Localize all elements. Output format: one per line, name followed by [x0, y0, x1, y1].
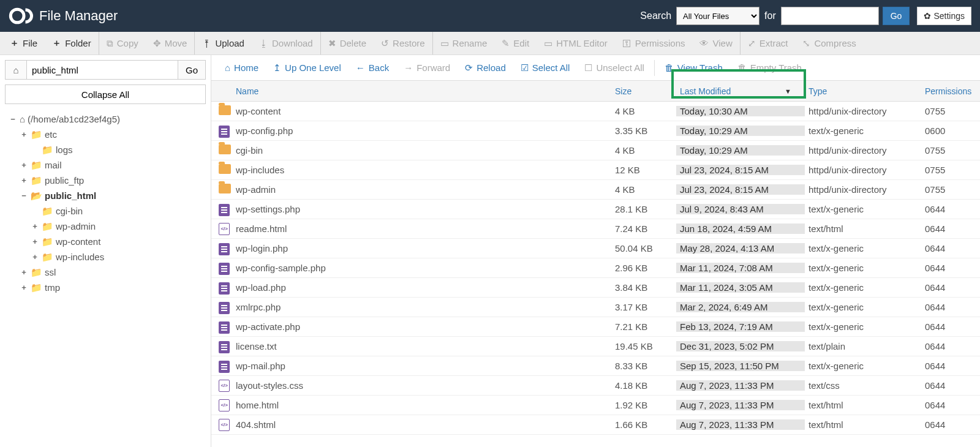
file-row[interactable]: home.html1.92 KBAug 7, 2023, 11:33 PMtex… — [211, 396, 980, 415]
extract-button[interactable]: ⤢Extract — [741, 32, 796, 54]
tree-item-logs[interactable]: 📁logs — [9, 142, 207, 157]
file-row[interactable]: cgi-bin4 KBToday, 10:29 AMhttpd/unix-dir… — [211, 141, 980, 160]
rename-icon: ▭ — [440, 38, 449, 49]
cell-name: cgi-bin — [236, 145, 611, 156]
path-go-button[interactable]: Go — [178, 60, 206, 80]
tree-item-cgi-bin[interactable]: 📁cgi-bin — [9, 203, 207, 219]
nav-unselect-all-button[interactable]: ☐Unselect All — [577, 55, 651, 80]
tree-item-public-html[interactable]: −📂public_html — [9, 188, 207, 203]
tree-item-ssl[interactable]: +📁ssl — [9, 265, 207, 280]
file-row[interactable]: xmlrpc.php3.17 KBMar 2, 2024, 6:49 AMtex… — [211, 298, 980, 317]
extract-icon: ⤢ — [748, 38, 756, 49]
file-row[interactable]: wp-load.php3.84 KBMar 11, 2024, 3:05 AMt… — [211, 278, 980, 298]
col-header-modified[interactable]: Last Modified▼ — [676, 86, 805, 96]
file-row[interactable]: wp-content4 KBToday, 10:30 AMhttpd/unix-… — [211, 102, 980, 121]
col-header-size[interactable]: Size — [611, 86, 676, 96]
cell-mod: Feb 13, 2024, 7:19 AM — [676, 321, 805, 332]
file-row[interactable]: readme.html7.24 KBJun 18, 2024, 4:59 AMt… — [211, 219, 980, 239]
path-input[interactable] — [27, 60, 178, 80]
nav-forward-button[interactable]: →Forward — [396, 55, 458, 80]
tree-item-tmp[interactable]: +📁tmp — [9, 280, 207, 295]
cell-perm: 0755 — [921, 165, 980, 175]
new-folder-button[interactable]: ＋Folder — [45, 32, 99, 54]
file-row[interactable]: wp-activate.php7.21 KBFeb 13, 2024, 7:19… — [211, 317, 980, 337]
cell-mod: Aug 7, 2023, 11:33 PM — [676, 400, 805, 410]
copy-icon: ⧉ — [107, 38, 113, 49]
pencil-icon: ✎ — [502, 38, 510, 49]
eye-icon: 👁 — [699, 38, 709, 48]
collapse-all-button[interactable]: Collapse All — [5, 85, 206, 104]
upload-button[interactable]: ⭱Upload — [195, 32, 252, 54]
folder-icon — [219, 184, 231, 193]
tree-item-wp-content[interactable]: +📁wp-content — [9, 234, 207, 249]
tree-root[interactable]: −⌂(/home/ab1cd23ef4g5) — [9, 111, 207, 127]
cell-mod: Mar 11, 2024, 3:05 AM — [676, 282, 805, 293]
nav-view-trash-button[interactable]: 🗑View Trash — [657, 55, 730, 80]
settings-button[interactable]: ✿ Settings — [917, 7, 971, 25]
nav-up-button[interactable]: ↥Up One Level — [266, 55, 349, 80]
file-row[interactable]: wp-settings.php28.1 KBJul 9, 2024, 8:43 … — [211, 200, 980, 219]
cell-name: home.html — [236, 400, 611, 410]
edit-button[interactable]: ✎Edit — [494, 32, 537, 54]
new-file-button[interactable]: ＋File — [2, 32, 45, 54]
trash-icon: 🗑 — [737, 62, 747, 73]
cell-mod: May 28, 2024, 4:13 AM — [676, 243, 805, 254]
gear-icon: ✿ — [924, 11, 931, 21]
restore-button[interactable]: ↺Restore — [374, 32, 433, 54]
cell-type: httpd/unix-directory — [805, 184, 921, 195]
tree-item-wp-includes[interactable]: +📁wp-includes — [9, 249, 207, 265]
cell-mod: Jul 9, 2024, 8:43 AM — [676, 204, 805, 214]
cell-size: 8.33 KB — [611, 361, 676, 371]
nav-empty-trash-button[interactable]: 🗑Empty Trash — [730, 55, 809, 80]
file-row[interactable]: wp-config-sample.php2.96 KBMar 11, 2024,… — [211, 258, 980, 278]
cell-perm: 0755 — [921, 184, 980, 195]
search-input[interactable] — [781, 7, 879, 25]
tree-item-etc[interactable]: +📁etc — [9, 127, 207, 142]
home-icon: ⌂ — [20, 112, 25, 126]
search-scope-select[interactable]: All Your Files — [676, 7, 760, 25]
nav-reload-button[interactable]: ⟳Reload — [458, 55, 513, 80]
file-row[interactable]: wp-config.php3.35 KBToday, 10:29 AMtext/… — [211, 121, 980, 141]
file-icon — [219, 321, 230, 334]
col-header-type[interactable]: Type — [805, 86, 921, 96]
file-row[interactable]: wp-admin4 KBJul 23, 2024, 8:15 AMhttpd/u… — [211, 180, 980, 200]
cell-perm: 0755 — [921, 145, 980, 156]
col-header-name[interactable]: Name — [236, 86, 611, 96]
tree-item-public-ftp[interactable]: +📁public_ftp — [9, 173, 207, 188]
cell-name: wp-config.php — [236, 126, 611, 136]
file-row[interactable]: 404.shtml1.66 KBAug 7, 2023, 11:33 PMtex… — [211, 415, 980, 435]
cell-name: wp-includes — [236, 165, 611, 175]
move-button[interactable]: ✥Move — [146, 32, 195, 54]
permissions-button[interactable]: ⚿Permissions — [615, 32, 693, 54]
view-button[interactable]: 👁View — [692, 32, 740, 54]
plus-icon: ＋ — [52, 37, 61, 49]
nav-select-all-button[interactable]: ☑Select All — [513, 55, 578, 80]
search-go-button[interactable]: Go — [883, 7, 910, 25]
copy-button[interactable]: ⧉Copy — [99, 32, 146, 54]
cell-size: 28.1 KB — [611, 204, 676, 214]
file-row[interactable]: license.txt19.45 KBDec 31, 2023, 5:02 PM… — [211, 337, 980, 356]
code-file-icon — [219, 223, 230, 235]
file-row[interactable]: wp-mail.php8.33 KBSep 15, 2023, 11:50 PM… — [211, 356, 980, 376]
cell-mod: Mar 11, 2024, 7:08 AM — [676, 263, 805, 273]
top-bar: File Manager Search All Your Files for G… — [0, 0, 980, 32]
home-path-button[interactable]: ⌂ — [5, 60, 27, 80]
cell-size: 2.96 KB — [611, 263, 676, 273]
nav-back-button[interactable]: ←Back — [349, 55, 396, 80]
rename-button[interactable]: ▭Rename — [433, 32, 495, 54]
compress-button[interactable]: ⤡Compress — [795, 32, 863, 54]
nav-home-button[interactable]: ⌂Home — [217, 55, 266, 80]
cell-type: text/x-generic — [805, 321, 921, 332]
tree-item-wp-admin[interactable]: +📁wp-admin — [9, 219, 207, 234]
file-row[interactable]: layout-styles.css4.18 KBAug 7, 2023, 11:… — [211, 376, 980, 396]
download-button[interactable]: ⭳Download — [252, 32, 321, 54]
col-header-permissions[interactable]: Permissions — [921, 86, 980, 96]
tree-item-mail[interactable]: +📁mail — [9, 157, 207, 173]
file-list-header: Name Size Last Modified▼ Type Permission… — [211, 81, 980, 102]
folder-icon: 📁 — [31, 173, 42, 187]
file-row[interactable]: wp-includes12 KBJul 23, 2024, 8:15 AMhtt… — [211, 160, 980, 180]
file-row[interactable]: wp-login.php50.04 KBMay 28, 2024, 4:13 A… — [211, 239, 980, 258]
cell-name: license.txt — [236, 341, 611, 351]
html-editor-button[interactable]: ▭HTML Editor — [537, 32, 615, 54]
delete-button[interactable]: ✖Delete — [321, 32, 374, 54]
